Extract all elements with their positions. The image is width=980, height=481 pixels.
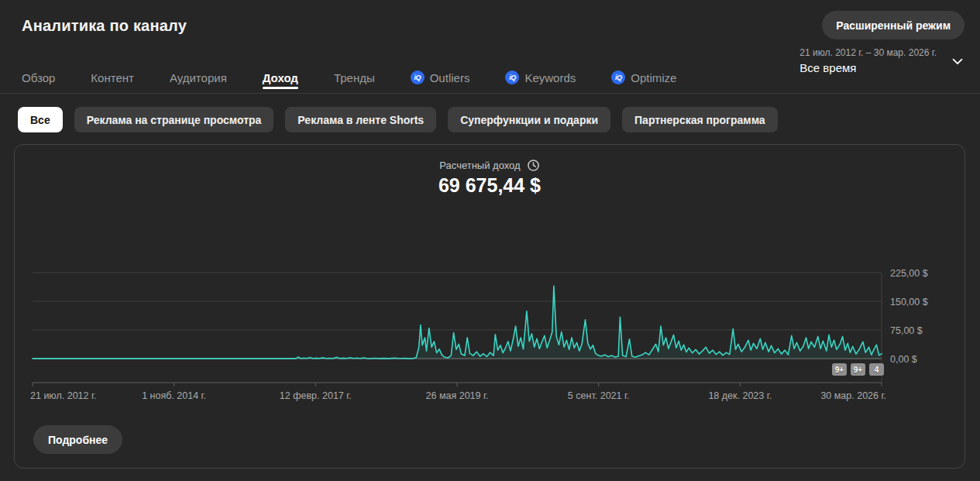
vidiq-icon: iQ — [611, 70, 625, 84]
x-axis-label: 5 сент. 2021 г. — [568, 390, 630, 401]
chart-overlay-badges: 9+9+4 — [832, 363, 884, 376]
date-range-selected: Все время — [799, 61, 937, 74]
tab-overview[interactable]: Обзор — [22, 62, 55, 93]
revenue-filter-chips: ВсеРеклама на странице просмотраРеклама … — [18, 107, 778, 132]
y-axis-label: 225,00 $ — [890, 268, 928, 279]
x-axis-label: 1 нояб. 2014 г. — [142, 390, 206, 401]
tab-trends[interactable]: Тренды — [334, 62, 375, 93]
date-range-text: 21 июл. 2012 г. – 30 мар. 2026 г. — [799, 47, 937, 58]
y-axis-label: 75,00 $ — [890, 325, 923, 336]
filter-chip-1[interactable]: Реклама на странице просмотра — [74, 107, 274, 132]
filter-chip-2[interactable]: Реклама в ленте Shorts — [285, 107, 436, 132]
filter-chip-4[interactable]: Партнерская программа — [622, 107, 778, 132]
tab-label: Обзор — [22, 71, 55, 84]
chevron-down-icon — [949, 53, 966, 70]
x-axis-label: 30 мар. 2026 г. — [820, 390, 886, 401]
tab-label: Аудитория — [170, 71, 227, 84]
tab-optimize[interactable]: iQOptimize — [611, 62, 676, 93]
tab-revenue[interactable]: Доход — [263, 62, 298, 93]
vidiq-icon: iQ — [411, 70, 425, 84]
tab-label: Outliers — [430, 71, 470, 84]
filter-chip-3[interactable]: Суперфункции и подарки — [448, 107, 610, 132]
x-axis-label: 18 дек. 2023 г. — [708, 390, 772, 401]
vidiq-icon: iQ — [505, 70, 519, 84]
page-title: Аналитика по каналу — [22, 17, 187, 35]
date-range-picker[interactable]: 21 июл. 2012 г. – 30 мар. 2026 г. Все вр… — [799, 47, 966, 74]
overlay-badge[interactable]: 9+ — [851, 363, 865, 376]
overlay-badge[interactable]: 4 — [869, 363, 884, 376]
details-button[interactable]: Подробнее — [33, 425, 122, 454]
tab-label: Optimize — [631, 71, 676, 84]
x-axis-label: 12 февр. 2017 г. — [280, 390, 352, 401]
filter-chip-0[interactable]: Все — [18, 107, 63, 132]
tab-outliers[interactable]: iQOutliers — [411, 62, 470, 93]
estimated-revenue-card: Расчетный доход 69 675,44 $ 225,00 $150,… — [14, 144, 965, 469]
y-axis-label: 0,00 $ — [890, 354, 917, 365]
advanced-mode-button[interactable]: Расширенный режим — [822, 11, 965, 40]
tab-label: Контент — [91, 71, 134, 84]
revenue-chart[interactable]: 225,00 $150,00 $75,00 $0,00 $21 июл. 201… — [15, 145, 966, 469]
x-axis-label: 26 мая 2019 г. — [426, 390, 489, 401]
x-axis-label: 21 июл. 2012 г. — [30, 390, 97, 401]
y-axis-label: 150,00 $ — [890, 297, 928, 307]
overlay-badge[interactable]: 9+ — [832, 363, 847, 376]
tab-audience[interactable]: Аудитория — [170, 62, 227, 93]
tab-keywords[interactable]: iQKeywords — [505, 62, 576, 93]
channel-analytics-page: Аналитика по каналу Расширенный режим Об… — [0, 0, 980, 481]
tab-label: Тренды — [334, 71, 375, 84]
analytics-tabs: ОбзорКонтентАудиторияДоходТрендыiQOutlie… — [22, 62, 676, 93]
tab-content[interactable]: Контент — [91, 62, 134, 93]
tab-label: Keywords — [524, 71, 576, 84]
tab-label: Доход — [263, 71, 298, 84]
tabs-divider — [0, 93, 980, 94]
